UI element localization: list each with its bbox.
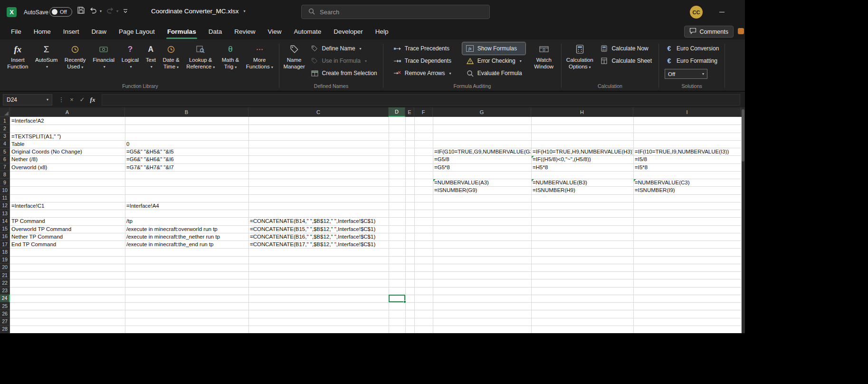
row-header-4[interactable]: 4 (0, 140, 10, 148)
cell-C16[interactable]: =CONCATENATE(B16," ",$B$12," ",Interface… (250, 233, 388, 240)
more-functions-button[interactable]: ⋯MoreFunctions▾ (245, 41, 275, 71)
tab-draw[interactable]: Draw (86, 24, 113, 39)
cell-A12[interactable]: =Interface!C1 (11, 202, 124, 210)
name-manager-button[interactable]: NameManager (282, 41, 306, 71)
remove-arrows-button[interactable]: Remove Arrows▾ (390, 67, 455, 79)
tab-data[interactable]: Data (202, 24, 229, 39)
cell-H7[interactable]: =H5*8 (533, 163, 633, 171)
calculation-options-button[interactable]: CalculationOptions▾ (565, 41, 595, 71)
cell-B14[interactable]: /tp (126, 217, 248, 225)
cell-A7[interactable]: Overworld (x8) (11, 163, 124, 171)
cell-I7[interactable]: =I5*8 (635, 163, 741, 171)
logical-button[interactable]: ?Logical▾ (120, 41, 140, 71)
tab-file[interactable]: File (5, 24, 28, 39)
undo-button[interactable]: ▾ (89, 7, 102, 16)
cell-I9[interactable]: =NUMBERVALUE(C3) (635, 179, 741, 186)
cell-B6[interactable]: =G6&" "&H6&" "&I6 (126, 155, 248, 163)
cell-A4[interactable]: Table (11, 140, 124, 148)
tab-insert[interactable]: Insert (57, 24, 86, 39)
column-header-I[interactable]: I (633, 107, 741, 117)
cell-I6[interactable]: =I5/8 (635, 155, 741, 163)
financial-button[interactable]: Financial▾ (91, 41, 116, 71)
cell-H9[interactable]: =NUMBERVALUE(B3) (533, 179, 633, 186)
recently-used-button[interactable]: RecentlyUsed▾ (63, 41, 87, 71)
formula-input[interactable] (102, 94, 740, 106)
cell-A1[interactable]: =Interface!A2 (11, 117, 124, 125)
cell-A17[interactable]: End TP Command (11, 240, 124, 248)
row-header-5[interactable]: 5 (0, 148, 10, 155)
tab-help[interactable]: Help (369, 24, 395, 39)
row-header-15[interactable]: 15 (0, 225, 10, 233)
formula-bar-options-icon[interactable]: ⋮ (56, 96, 67, 103)
redo-button[interactable]: ▾ (106, 7, 118, 16)
document-title[interactable]: Coordinate Converter_MC.xlsx ▾ (151, 8, 246, 15)
tab-page-layout[interactable]: Page Layout (113, 24, 161, 39)
column-header-A[interactable]: A (10, 107, 125, 117)
account-avatar[interactable]: CC (690, 6, 703, 19)
row-header-2[interactable]: 2 (0, 125, 10, 132)
math-trig-button[interactable]: θMath &Trig▾ (220, 41, 240, 71)
row-header-28[interactable]: 28 (0, 326, 10, 333)
row-header-8[interactable]: 8 (0, 171, 10, 179)
row-header-22[interactable]: 22 (0, 279, 10, 287)
tab-automate[interactable]: Automate (287, 24, 327, 39)
trace-precedents-button[interactable]: Trace Precedents (390, 42, 455, 55)
row-header-1[interactable]: 1 (0, 117, 10, 125)
trace-dependents-button[interactable]: Trace Dependents (390, 55, 455, 67)
euro-formatting-button[interactable]: €Euro Formatting (661, 55, 722, 67)
row-header-17[interactable]: 17 (0, 240, 10, 248)
row-header-7[interactable]: 7 (0, 163, 10, 171)
tab-view[interactable]: View (261, 24, 287, 39)
cell-C17[interactable]: =CONCATENATE(B17," ",$B$12," ",Interface… (250, 240, 388, 248)
cell-B7[interactable]: =G7&" "&H7&" "&I7 (126, 163, 248, 171)
row-header-9[interactable]: 9 (0, 179, 10, 186)
cell-I5[interactable]: =IF(I10=TRUE,I9,NUMBERVALUE(I3)) (635, 148, 741, 155)
autosum-button[interactable]: ΣAutoSum▾ (34, 41, 59, 71)
autosave-toggle[interactable]: Off (49, 7, 72, 17)
vertical-scrollbar-thumb[interactable] (742, 109, 744, 162)
cell-B16[interactable]: /execute in minecraft:the_nether run tp (126, 233, 248, 240)
column-header-G[interactable]: G (433, 107, 531, 117)
minimize-button[interactable] (714, 7, 729, 17)
cell-B17[interactable]: /execute in minecraft:the_end run tp (126, 240, 248, 248)
column-header-D[interactable]: D (389, 107, 405, 117)
column-header-C[interactable]: C (248, 107, 389, 117)
tab-developer[interactable]: Developer (327, 24, 369, 39)
excel-app-icon[interactable]: X (7, 7, 17, 17)
row-header-10[interactable]: 10 (0, 186, 10, 194)
cell-G6[interactable]: =G5/8 (434, 155, 531, 163)
row-header-23[interactable]: 23 (0, 287, 10, 295)
cell-G9[interactable]: =NUMBERVALUE(A3) (434, 179, 531, 186)
orange-notification-badge[interactable] (738, 28, 744, 34)
calculate-sheet-button[interactable]: Calculate Sheet (596, 55, 655, 67)
show-formulas-button[interactable]: fxShow Formulas (462, 42, 525, 55)
column-header-B[interactable]: B (125, 107, 248, 117)
cell-G5[interactable]: =IF(G10=TRUE,G9,NUMBERVALUE(G3)) (434, 148, 531, 155)
create-from-selection-button[interactable]: Create from Selection (307, 67, 381, 79)
tab-review[interactable]: Review (228, 24, 261, 39)
euro-conversion-button[interactable]: €Euro Conversion (661, 42, 722, 55)
cancel-icon[interactable]: × (67, 96, 77, 103)
cell-A16[interactable]: Nether TP Command (11, 233, 124, 240)
row-header-21[interactable]: 21 (0, 271, 10, 279)
row-header-24[interactable]: 24 (0, 295, 10, 302)
cell-A6[interactable]: Nether (/8) (11, 155, 124, 163)
cell-B4[interactable]: 0 (126, 140, 248, 148)
evaluate-formula-button[interactable]: Evaluate Formula (462, 67, 525, 79)
cell-A3[interactable]: =TEXTSPLIT(A1," ") (11, 133, 124, 140)
select-all-corner[interactable] (0, 107, 10, 117)
error-checking-button[interactable]: Error Checking▾ (462, 55, 525, 67)
insert-function-button[interactable]: fxInsertFunction (6, 41, 29, 71)
cell-A5[interactable]: Original Coords (No Change) (11, 148, 124, 155)
row-header-27[interactable]: 27 (0, 318, 10, 326)
row-header-20[interactable]: 20 (0, 264, 10, 271)
text-button[interactable]: AText▾ (144, 41, 157, 71)
row-header-13[interactable]: 13 (0, 210, 10, 217)
cell-H5[interactable]: =IF(H10=TRUE,H9,NUMBERVALUE(H3)) (533, 148, 633, 155)
name-box[interactable]: D24 ▾ (3, 94, 52, 106)
row-header-14[interactable]: 14 (0, 217, 10, 225)
cell-G10[interactable]: =ISNUMBER(G9) (434, 186, 531, 194)
date-time-button[interactable]: Date &Time▾ (161, 41, 181, 71)
cell-A15[interactable]: Overworld TP Command (11, 225, 124, 233)
row-header-6[interactable]: 6 (0, 155, 10, 163)
